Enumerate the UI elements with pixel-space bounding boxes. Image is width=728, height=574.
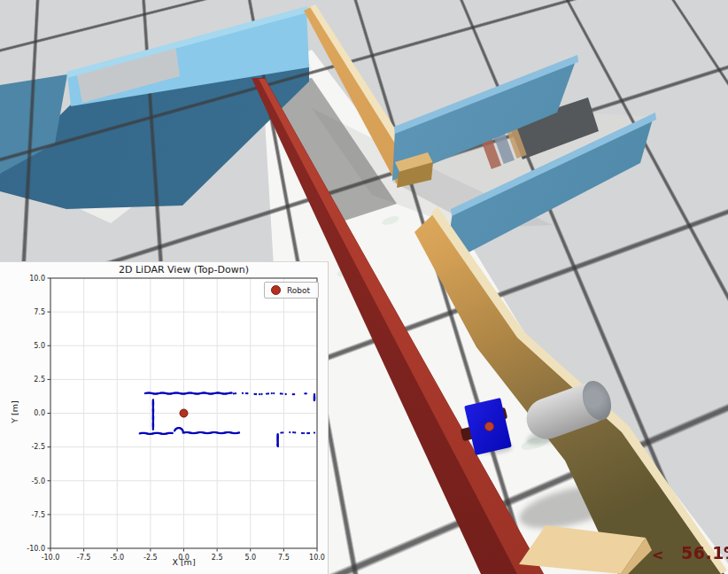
x-tick-label: 2.5 (212, 554, 223, 562)
y-tick-label: -7.5 (31, 511, 45, 519)
x-tick-label: 10.0 (309, 554, 325, 562)
simulation-window: < 56.11 % 2D LiDAR View (Top-Down) Y [m]… (0, 0, 728, 574)
floor-smudge (381, 214, 399, 227)
x-tick-label: -5.0 (110, 554, 124, 562)
lidar-plot-panel: 2D LiDAR View (Top-Down) Y [m] X [m] -10… (0, 261, 329, 574)
robot-shadow (468, 441, 512, 454)
collapse-arrow-icon[interactable]: < (652, 547, 663, 563)
corridor-reflection (506, 125, 527, 159)
robot-marker (484, 422, 494, 431)
cylinder-obstacle (521, 377, 616, 445)
robot-wheel (461, 425, 481, 441)
legend-label: Robot (287, 286, 310, 295)
status-value: 56.11 (681, 543, 728, 562)
robot-legend-marker-icon (271, 285, 281, 295)
x-tick-label: -2.5 (143, 554, 158, 562)
y-tick-label: -10.0 (27, 545, 45, 553)
y-tick-label: -2.5 (31, 443, 45, 451)
y-tick-label: 5.0 (34, 342, 45, 350)
floor-smudge (336, 263, 362, 279)
x-tick-label: 0.0 (178, 554, 190, 562)
x-tick-label: 5.0 (244, 554, 256, 562)
y-tick-label: 2.5 (34, 376, 45, 384)
robot-wheel (488, 407, 508, 423)
plot-legend: Robot (264, 282, 319, 299)
lidar-scatter-plot: -10.0-7.5-5.0-2.50.02.55.07.510.0-10.0-7… (0, 262, 328, 574)
cylinder-end-cap (577, 376, 616, 423)
robot-wheel (495, 436, 511, 449)
x-tick-label: -10.0 (42, 554, 60, 562)
corridor-reflection (492, 129, 515, 164)
box-shadow (515, 477, 627, 537)
y-tick-label: -5.0 (31, 477, 45, 485)
y-tick-label: 7.5 (34, 308, 45, 316)
cylinder-shadow (523, 405, 614, 451)
floor-smudge (520, 433, 552, 453)
status-unit: % (724, 543, 728, 562)
x-tick-label: 7.5 (278, 554, 290, 562)
y-tick-label: 0.0 (34, 409, 45, 417)
robot (464, 398, 512, 455)
x-tick-label: -7.5 (77, 554, 91, 562)
y-tick-label: 10.0 (29, 275, 45, 283)
corridor-reflection (480, 134, 501, 169)
